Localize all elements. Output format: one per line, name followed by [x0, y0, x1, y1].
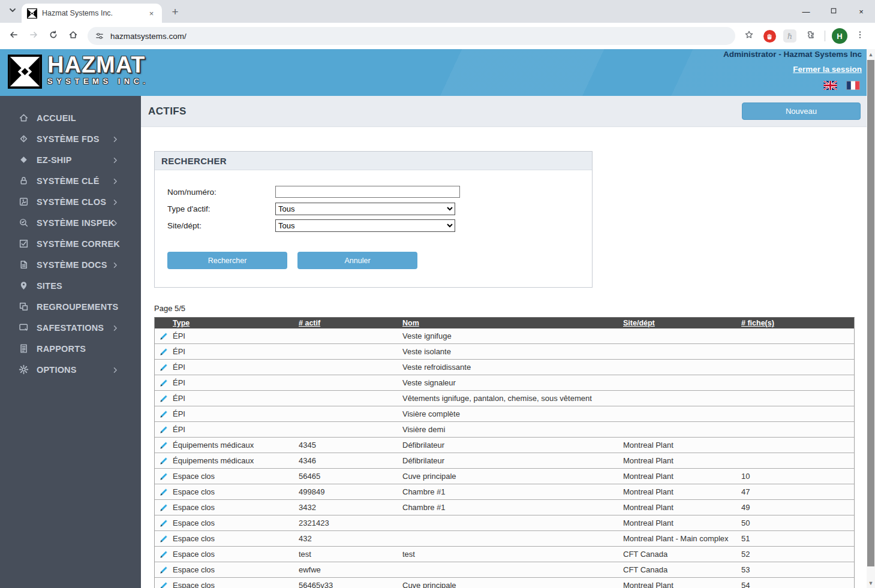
table-row[interactable]: Espace clos 3432 Chambre #1 Montreal Pla…	[155, 500, 854, 515]
sidebar-item[interactable]: SYSTÈME CORREK	[0, 233, 141, 254]
table-row[interactable]: ÉPI Veste ignifuge	[155, 328, 854, 344]
edit-pencil-icon[interactable]	[155, 487, 173, 497]
table-row[interactable]: ÉPI Visière complète	[155, 406, 854, 422]
col-header-type[interactable]: Type	[173, 319, 299, 327]
sidebar-item-label: EZ-SHIP	[37, 155, 72, 165]
cancel-button[interactable]: Annuler	[297, 252, 417, 269]
table-row[interactable]: Équipements médicaux 4345 Défibrilateur …	[155, 438, 854, 453]
reload-button[interactable]	[44, 27, 62, 45]
edit-pencil-icon[interactable]	[155, 581, 173, 588]
browser-menu-button[interactable]	[852, 28, 868, 44]
col-header-nom[interactable]: Nom	[402, 319, 623, 327]
table-row[interactable]: ÉPI Vêtements ignifuge, pantalon, chemis…	[155, 391, 854, 406]
edit-pencil-icon[interactable]	[155, 409, 173, 419]
scroll-down-arrow-icon[interactable]: ▼	[867, 578, 875, 587]
sidebar-item[interactable]: RAPPORTS	[0, 338, 141, 359]
hazmat-logo[interactable]: HAZMAT SYSTEMS INC.	[8, 55, 149, 89]
tab-search-button[interactable]	[5, 4, 20, 19]
table-row[interactable]: ÉPI Veste signaleur	[155, 375, 854, 391]
edit-pencil-icon[interactable]	[155, 347, 173, 357]
edit-pencil-icon[interactable]	[155, 441, 173, 450]
france-flag-icon[interactable]	[846, 81, 860, 90]
cell-actif: 56465v33	[299, 581, 402, 588]
cell-nom: Défibrilateur	[402, 441, 623, 450]
edit-pencil-icon[interactable]	[155, 472, 173, 481]
site-dept-select[interactable]: Tous	[275, 219, 455, 232]
back-button[interactable]	[5, 27, 23, 45]
col-header-site[interactable]: Site/dépt	[623, 319, 741, 327]
cell-nom: Chambre #1	[402, 503, 623, 512]
window-close-button[interactable]: ×	[847, 0, 875, 23]
confined-space-icon	[19, 197, 31, 207]
profile-avatar[interactable]: H	[832, 28, 847, 44]
sidebar-item[interactable]: REGROUPEMENTS	[0, 296, 141, 317]
edit-pencil-icon[interactable]	[155, 378, 173, 388]
new-button[interactable]: Nouveau	[742, 102, 861, 120]
tab-close-icon[interactable]: ×	[146, 8, 157, 19]
page-scrollbar[interactable]: ▲ ▼	[867, 49, 875, 588]
table-row[interactable]: Espace clos 2321423 Montreal Plant 50	[155, 515, 854, 531]
col-header-actif[interactable]: # actif	[299, 319, 402, 327]
sidebar-item[interactable]: SYSTÈME CLOS	[0, 191, 141, 212]
table-row[interactable]: Espace clos test test CFT Canada 52	[155, 547, 854, 562]
edit-pencil-icon[interactable]	[155, 550, 173, 559]
extensions-button[interactable]	[802, 28, 819, 44]
sidebar-item[interactable]: SYSTÈME DOCS	[0, 254, 141, 275]
col-header-fiches[interactable]: # fiche(s)	[741, 319, 855, 327]
sidebar-item[interactable]: SYSTÈME INSPEK	[0, 212, 141, 233]
new-tab-button[interactable]: +	[168, 5, 182, 19]
address-bar[interactable]: hazmatsystems.com/	[88, 27, 735, 45]
search-button[interactable]: Rechercher	[167, 252, 287, 269]
cell-actif: 4345	[299, 441, 402, 450]
cell-site: Montreal Plant	[623, 503, 741, 512]
app-header: HAZMAT SYSTEMS INC. Administrator - Hazm…	[0, 49, 867, 96]
table-row[interactable]: ÉPI Veste isolante	[155, 344, 854, 360]
logout-link[interactable]: Fermer la session	[793, 65, 862, 74]
cell-type: Espace clos	[173, 565, 299, 574]
edit-pencil-icon[interactable]	[155, 518, 173, 528]
sidebar-item[interactable]: SITES	[0, 275, 141, 296]
edit-pencil-icon[interactable]	[155, 565, 173, 575]
edit-pencil-icon[interactable]	[155, 503, 173, 512]
table-row[interactable]: Espace clos ewfwe CFT Canada 53	[155, 562, 854, 578]
hbar-extension-button[interactable]: ℏ	[781, 28, 798, 44]
language-switcher	[823, 81, 860, 90]
edit-pencil-icon[interactable]	[155, 534, 173, 544]
cell-site: CFT Canada	[623, 550, 741, 559]
scroll-up-arrow-icon[interactable]: ▲	[867, 50, 875, 59]
table-row[interactable]: Espace clos 56465v33 Cuve principale Mon…	[155, 578, 854, 588]
sidebar-item[interactable]: SAFESTATIONS	[0, 317, 141, 338]
forward-button[interactable]	[25, 27, 43, 45]
bookmark-star-button[interactable]	[741, 28, 757, 44]
edit-pencil-icon[interactable]	[155, 363, 173, 372]
page-title-band: ACTIFS Nouveau	[141, 96, 867, 127]
url-text[interactable]: hazmatsystems.com/	[110, 32, 187, 41]
site-settings-icon[interactable]	[95, 31, 105, 41]
table-row[interactable]: ÉPI Veste refroidissante	[155, 360, 854, 375]
map-pin-icon	[19, 281, 31, 291]
table-row[interactable]: ÉPI Visière demi	[155, 422, 854, 438]
name-number-input[interactable]	[275, 186, 460, 198]
sidebar-item[interactable]: ACCUEIL	[0, 107, 141, 128]
edit-pencil-icon[interactable]	[155, 394, 173, 403]
edit-pencil-icon[interactable]	[155, 456, 173, 466]
sidebar-item[interactable]: EZ-SHIP	[0, 149, 141, 170]
home-button[interactable]	[64, 27, 82, 45]
table-row[interactable]: Espace clos 432 Montreal Plant - Main co…	[155, 531, 854, 547]
window-minimize-button[interactable]: —	[792, 0, 820, 23]
window-maximize-button[interactable]	[820, 0, 847, 23]
cell-actif: 4346	[299, 456, 402, 465]
browser-tab[interactable]: Hazmat Systems Inc. ×	[22, 4, 162, 23]
asset-type-select[interactable]: Tous	[275, 203, 455, 215]
table-row[interactable]: Espace clos 56465 Cuve principale Montre…	[155, 469, 854, 484]
edit-pencil-icon[interactable]	[155, 425, 173, 435]
sidebar-item[interactable]: SYSTÈME CLÉ	[0, 170, 141, 191]
edit-pencil-icon[interactable]	[155, 331, 173, 341]
sidebar-item[interactable]: OPTIONS	[0, 359, 141, 380]
sidebar-item[interactable]: SYSTÈME FDS	[0, 128, 141, 149]
uk-flag-icon[interactable]	[823, 81, 837, 90]
scrollbar-thumb[interactable]	[867, 60, 874, 566]
table-row[interactable]: Espace clos 499849 Chambre #1 Montreal P…	[155, 484, 854, 500]
adblock-extension-button[interactable]	[761, 28, 778, 44]
table-row[interactable]: Équipements médicaux 4346 Défibrilateur …	[155, 453, 854, 469]
